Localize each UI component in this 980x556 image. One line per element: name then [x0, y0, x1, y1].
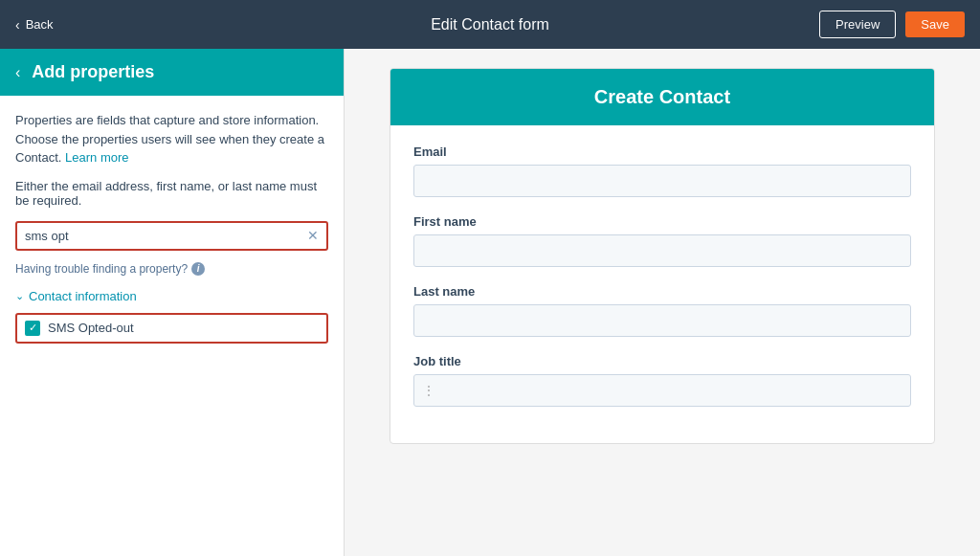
sidebar-title: Add properties — [32, 62, 154, 82]
sidebar: ‹ Add properties Properties are fields t… — [0, 49, 345, 556]
back-button[interactable]: ‹ Back — [15, 17, 54, 33]
back-chevron-icon: ‹ — [15, 17, 20, 33]
form-field-job-title: Job title ⋮ — [413, 354, 911, 407]
form-input-last-name[interactable] — [413, 304, 911, 337]
content-area: Create Contact Email First name Last nam… — [345, 49, 980, 556]
form-label-job-title: Job title — [413, 354, 911, 368]
form-field-first-name: First name — [413, 214, 911, 267]
category-label: Contact information — [29, 289, 137, 303]
category-contact-information[interactable]: ⌄ Contact information — [15, 289, 328, 303]
form-label-last-name: Last name — [413, 284, 911, 299]
save-button[interactable]: Save — [905, 11, 965, 37]
preview-button[interactable]: Preview — [819, 11, 896, 38]
sidebar-collapse-icon[interactable]: ‹ — [15, 64, 20, 81]
form-body: Email First name Last name Job title — [390, 125, 934, 443]
form-input-email[interactable] — [413, 165, 911, 197]
back-label: Back — [26, 17, 54, 32]
form-container: Create Contact Email First name Last nam… — [390, 68, 935, 444]
sidebar-body: Properties are fields that capture and s… — [0, 96, 344, 556]
page-title: Edit Contact form — [431, 16, 549, 33]
top-bar-actions: Preview Save — [819, 11, 965, 38]
form-label-first-name: First name — [413, 214, 911, 229]
sidebar-description: Properties are fields that capture and s… — [15, 111, 328, 167]
form-field-email: Email — [413, 145, 911, 197]
search-box: ✕ — [15, 221, 328, 251]
info-icon: i — [191, 262, 205, 276]
property-item-sms-opted-out[interactable]: SMS Opted-out — [15, 313, 328, 344]
form-label-email: Email — [413, 145, 911, 159]
form-input-first-name[interactable] — [413, 234, 911, 267]
form-field-last-name: Last name — [413, 284, 911, 337]
drag-handle-icon[interactable]: ⋮ — [422, 383, 435, 398]
property-label-sms-opted-out: SMS Opted-out — [48, 321, 134, 335]
search-input[interactable] — [25, 223, 303, 249]
main-layout: ‹ Add properties Properties are fields t… — [0, 49, 980, 556]
form-header: Create Contact — [390, 69, 934, 125]
form-title: Create Contact — [594, 86, 730, 107]
search-clear-icon[interactable]: ✕ — [307, 228, 319, 243]
category-chevron-icon: ⌄ — [15, 290, 24, 302]
learn-more-link[interactable]: Learn more — [65, 150, 128, 165]
sidebar-header: ‹ Add properties — [0, 49, 344, 96]
required-note: Either the email address, first name, or… — [15, 179, 328, 208]
trouble-finding-text: Having trouble finding a property? i — [15, 262, 328, 276]
property-checkbox-sms-opted-out[interactable] — [25, 321, 40, 336]
form-input-job-title-wrapper: ⋮ — [413, 374, 911, 407]
top-bar: ‹ Back Edit Contact form Preview Save — [0, 0, 980, 49]
